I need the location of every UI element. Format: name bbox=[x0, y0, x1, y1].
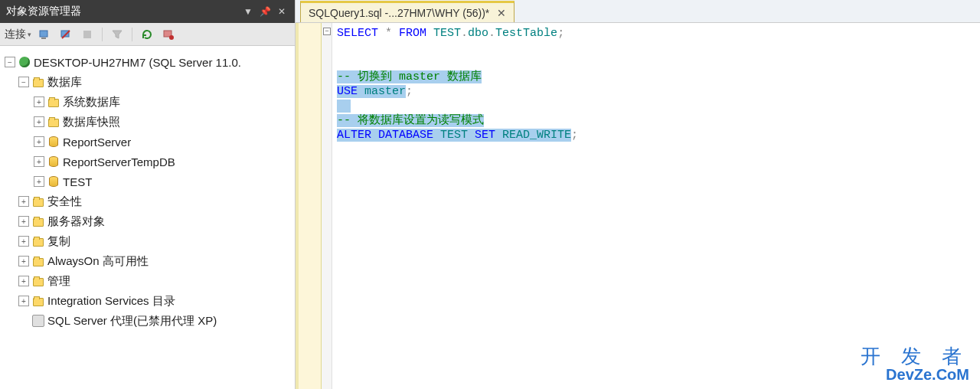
tree-label: 管理 bbox=[47, 274, 70, 289]
code-content[interactable]: SELECT * FROM TEST.dbo.TestTable; -- 切换到… bbox=[332, 23, 583, 389]
identifier: master bbox=[358, 85, 406, 98]
expand-icon[interactable]: + bbox=[34, 116, 44, 127]
filter-icon[interactable] bbox=[109, 26, 126, 43]
tree-label: 安全性 bbox=[47, 194, 82, 209]
server-icon bbox=[18, 56, 31, 68]
tree-label: AlwaysOn 高可用性 bbox=[47, 254, 149, 269]
svg-rect-1 bbox=[41, 38, 46, 39]
connect-button[interactable]: 连接▾ bbox=[5, 28, 31, 41]
keyword: SET bbox=[475, 129, 495, 142]
editor-tabs: SQLQuery1.sql -...27HM7\WHY (56))* ✕ bbox=[296, 0, 980, 23]
folder-icon bbox=[47, 116, 60, 128]
punct: ; bbox=[406, 85, 413, 98]
panel-title: 对象资源管理器 bbox=[6, 5, 238, 18]
separator bbox=[132, 28, 132, 41]
expand-icon[interactable]: + bbox=[18, 236, 29, 247]
expand-icon[interactable]: + bbox=[18, 276, 29, 286]
punct: . bbox=[488, 27, 495, 40]
folder-icon bbox=[32, 76, 44, 88]
tree-databases-node[interactable]: −数据库 bbox=[3, 72, 292, 92]
svg-rect-4 bbox=[83, 31, 91, 38]
registered-servers-icon[interactable] bbox=[160, 26, 177, 43]
expand-icon[interactable]: + bbox=[34, 176, 44, 187]
disconnect-server-icon[interactable] bbox=[57, 26, 74, 43]
tree-label: TEST bbox=[63, 175, 92, 188]
tree-replication-node[interactable]: +复制 bbox=[3, 231, 292, 251]
object-explorer-panel: 对象资源管理器 ▼ 📌 ✕ 连接▾ −DESKTOP-UH27HM7 (SQL … bbox=[0, 0, 296, 389]
tree-sysdb-node[interactable]: +系统数据库 bbox=[3, 92, 292, 112]
tree-test-node[interactable]: +TEST bbox=[3, 172, 292, 191]
tree-agent-node[interactable]: +SQL Server 代理(已禁用代理 XP) bbox=[3, 311, 292, 331]
object-explorer-toolbar: 连接▾ bbox=[0, 23, 295, 46]
tree-label: 系统数据库 bbox=[63, 95, 120, 110]
expand-icon[interactable]: + bbox=[34, 136, 44, 147]
line-gutter bbox=[296, 23, 322, 389]
tree-label: 服务器对象 bbox=[47, 214, 105, 229]
tree-reportserver-node[interactable]: +ReportServer bbox=[3, 132, 292, 152]
tree-label: ReportServer bbox=[63, 136, 131, 149]
svg-rect-0 bbox=[40, 31, 47, 37]
tree-label: ReportServerTempDB bbox=[63, 155, 175, 168]
tree-label: 复制 bbox=[47, 234, 70, 249]
database-icon bbox=[47, 136, 60, 148]
query-editor: SQLQuery1.sql -...27HM7\WHY (56))* ✕ − S… bbox=[296, 0, 980, 389]
pin-icon[interactable]: 📌 bbox=[258, 5, 272, 18]
comment: -- 将数据库设置为读写模式 bbox=[337, 114, 484, 127]
svg-point-6 bbox=[169, 35, 174, 40]
keyword: ALTER bbox=[337, 129, 371, 142]
connect-server-icon[interactable] bbox=[36, 26, 53, 43]
fold-column: − bbox=[322, 23, 332, 389]
tab-label: SQLQuery1.sql -...27HM7\WHY (56))* bbox=[309, 7, 489, 19]
comment: -- 切换到 master 数据库 bbox=[337, 70, 482, 83]
separator bbox=[102, 28, 103, 41]
identifier: TEST bbox=[433, 129, 475, 142]
tree-label: DESKTOP-UH27HM7 (SQL Server 11.0. bbox=[34, 56, 241, 69]
keyword: USE bbox=[337, 85, 358, 98]
tab-close-icon[interactable]: ✕ bbox=[497, 7, 506, 19]
expand-icon[interactable]: + bbox=[18, 256, 29, 266]
folder-icon bbox=[32, 215, 44, 227]
identifier: TestTable bbox=[495, 27, 557, 40]
stop-icon[interactable] bbox=[79, 26, 96, 43]
database-icon bbox=[47, 175, 60, 188]
tree-server-node[interactable]: −DESKTOP-UH27HM7 (SQL Server 11.0. bbox=[3, 52, 292, 72]
folder-icon bbox=[32, 275, 44, 287]
tree-security-node[interactable]: +安全性 bbox=[3, 191, 292, 211]
tree-serverobj-node[interactable]: +服务器对象 bbox=[3, 211, 292, 231]
tree-snapshot-node[interactable]: +数据库快照 bbox=[3, 112, 292, 132]
object-tree[interactable]: −DESKTOP-UH27HM7 (SQL Server 11.0. −数据库 … bbox=[0, 46, 295, 389]
expand-icon[interactable]: + bbox=[34, 156, 44, 167]
identifier: READ_WRITE bbox=[495, 129, 571, 142]
expand-icon[interactable]: + bbox=[18, 296, 29, 306]
tree-management-node[interactable]: +管理 bbox=[3, 271, 292, 291]
expand-icon[interactable]: + bbox=[18, 216, 29, 227]
folder-icon bbox=[32, 255, 44, 267]
tree-alwayson-node[interactable]: +AlwaysOn 高可用性 bbox=[3, 251, 292, 271]
agent-icon bbox=[32, 315, 44, 327]
code-area[interactable]: − SELECT * FROM TEST.dbo.TestTable; -- 切… bbox=[296, 23, 980, 389]
refresh-icon[interactable] bbox=[139, 26, 155, 43]
tree-integration-node[interactable]: +Integration Services 目录 bbox=[3, 291, 292, 311]
close-icon[interactable]: ✕ bbox=[275, 5, 289, 18]
keyword: DATABASE bbox=[371, 129, 433, 142]
punct: ; bbox=[571, 129, 578, 142]
database-icon bbox=[47, 155, 60, 168]
tab-sqlquery1[interactable]: SQLQuery1.sql -...27HM7\WHY (56))* ✕ bbox=[300, 1, 514, 22]
tree-label: SQL Server 代理(已禁用代理 XP) bbox=[47, 314, 217, 329]
fold-icon[interactable]: − bbox=[323, 28, 331, 35]
tree-label: 数据库 bbox=[47, 75, 82, 90]
identifier: TEST bbox=[426, 27, 461, 40]
folder-icon bbox=[32, 235, 44, 247]
collapse-icon[interactable]: − bbox=[18, 77, 29, 87]
keyword: FROM bbox=[399, 27, 426, 40]
identifier: dbo bbox=[468, 27, 488, 40]
dropdown-icon[interactable]: ▼ bbox=[241, 5, 255, 18]
tree-label: Integration Services 目录 bbox=[47, 294, 175, 309]
tree-label: 数据库快照 bbox=[63, 115, 120, 129]
collapse-icon[interactable]: − bbox=[5, 57, 15, 67]
folder-icon bbox=[32, 295, 44, 307]
expand-icon[interactable]: + bbox=[18, 196, 29, 207]
tree-reportservertemp-node[interactable]: +ReportServerTempDB bbox=[3, 152, 292, 172]
expand-icon[interactable]: + bbox=[34, 96, 44, 107]
panel-header: 对象资源管理器 ▼ 📌 ✕ bbox=[0, 0, 295, 23]
